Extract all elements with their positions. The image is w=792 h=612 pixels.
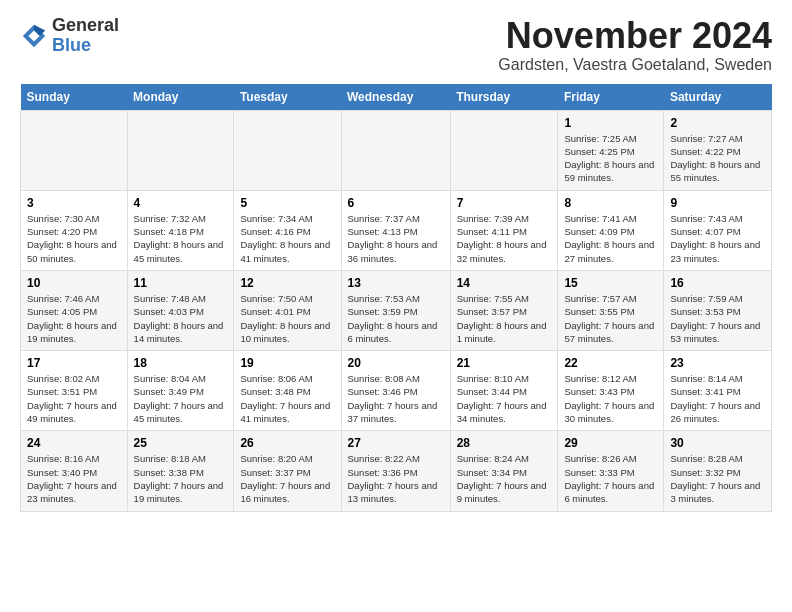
calendar-cell: 12Sunrise: 7:50 AM Sunset: 4:01 PM Dayli… (234, 270, 341, 350)
day-info: Sunrise: 8:02 AM Sunset: 3:51 PM Dayligh… (27, 372, 121, 425)
calendar-cell: 8Sunrise: 7:41 AM Sunset: 4:09 PM Daylig… (558, 190, 664, 270)
calendar-cell: 30Sunrise: 8:28 AM Sunset: 3:32 PM Dayli… (664, 431, 772, 511)
day-info: Sunrise: 7:48 AM Sunset: 4:03 PM Dayligh… (134, 292, 228, 345)
day-info: Sunrise: 7:41 AM Sunset: 4:09 PM Dayligh… (564, 212, 657, 265)
logo-general: General (52, 15, 119, 35)
day-number: 17 (27, 356, 121, 370)
calendar-week-row: 24Sunrise: 8:16 AM Sunset: 3:40 PM Dayli… (21, 431, 772, 511)
day-number: 27 (348, 436, 444, 450)
calendar-cell: 20Sunrise: 8:08 AM Sunset: 3:46 PM Dayli… (341, 351, 450, 431)
day-number: 1 (564, 116, 657, 130)
day-number: 10 (27, 276, 121, 290)
day-number: 13 (348, 276, 444, 290)
calendar-cell: 28Sunrise: 8:24 AM Sunset: 3:34 PM Dayli… (450, 431, 558, 511)
calendar-cell: 2Sunrise: 7:27 AM Sunset: 4:22 PM Daylig… (664, 110, 772, 190)
calendar-cell: 26Sunrise: 8:20 AM Sunset: 3:37 PM Dayli… (234, 431, 341, 511)
col-wednesday: Wednesday (341, 84, 450, 111)
day-info: Sunrise: 7:50 AM Sunset: 4:01 PM Dayligh… (240, 292, 334, 345)
day-info: Sunrise: 7:46 AM Sunset: 4:05 PM Dayligh… (27, 292, 121, 345)
day-info: Sunrise: 8:20 AM Sunset: 3:37 PM Dayligh… (240, 452, 334, 505)
day-info: Sunrise: 7:30 AM Sunset: 4:20 PM Dayligh… (27, 212, 121, 265)
day-number: 20 (348, 356, 444, 370)
day-number: 7 (457, 196, 552, 210)
day-info: Sunrise: 7:53 AM Sunset: 3:59 PM Dayligh… (348, 292, 444, 345)
calendar-cell: 15Sunrise: 7:57 AM Sunset: 3:55 PM Dayli… (558, 270, 664, 350)
calendar-cell: 10Sunrise: 7:46 AM Sunset: 4:05 PM Dayli… (21, 270, 128, 350)
col-friday: Friday (558, 84, 664, 111)
header-row: Sunday Monday Tuesday Wednesday Thursday… (21, 84, 772, 111)
calendar-cell: 18Sunrise: 8:04 AM Sunset: 3:49 PM Dayli… (127, 351, 234, 431)
calendar-cell (127, 110, 234, 190)
col-sunday: Sunday (21, 84, 128, 111)
day-info: Sunrise: 7:39 AM Sunset: 4:11 PM Dayligh… (457, 212, 552, 265)
day-info: Sunrise: 8:04 AM Sunset: 3:49 PM Dayligh… (134, 372, 228, 425)
calendar-cell: 11Sunrise: 7:48 AM Sunset: 4:03 PM Dayli… (127, 270, 234, 350)
day-info: Sunrise: 8:28 AM Sunset: 3:32 PM Dayligh… (670, 452, 765, 505)
day-number: 12 (240, 276, 334, 290)
header: General Blue November 2024 Gardsten, Vae… (20, 16, 772, 74)
calendar-cell (21, 110, 128, 190)
calendar-cell: 27Sunrise: 8:22 AM Sunset: 3:36 PM Dayli… (341, 431, 450, 511)
calendar-week-row: 3Sunrise: 7:30 AM Sunset: 4:20 PM Daylig… (21, 190, 772, 270)
day-info: Sunrise: 8:18 AM Sunset: 3:38 PM Dayligh… (134, 452, 228, 505)
calendar-cell: 14Sunrise: 7:55 AM Sunset: 3:57 PM Dayli… (450, 270, 558, 350)
logo-icon (20, 22, 48, 50)
calendar-header: Sunday Monday Tuesday Wednesday Thursday… (21, 84, 772, 111)
calendar-cell: 9Sunrise: 7:43 AM Sunset: 4:07 PM Daylig… (664, 190, 772, 270)
day-number: 9 (670, 196, 765, 210)
day-number: 25 (134, 436, 228, 450)
calendar-cell: 17Sunrise: 8:02 AM Sunset: 3:51 PM Dayli… (21, 351, 128, 431)
day-info: Sunrise: 8:06 AM Sunset: 3:48 PM Dayligh… (240, 372, 334, 425)
day-number: 18 (134, 356, 228, 370)
calendar-cell: 7Sunrise: 7:39 AM Sunset: 4:11 PM Daylig… (450, 190, 558, 270)
day-info: Sunrise: 7:57 AM Sunset: 3:55 PM Dayligh… (564, 292, 657, 345)
day-info: Sunrise: 7:55 AM Sunset: 3:57 PM Dayligh… (457, 292, 552, 345)
calendar-cell: 19Sunrise: 8:06 AM Sunset: 3:48 PM Dayli… (234, 351, 341, 431)
day-number: 15 (564, 276, 657, 290)
day-number: 21 (457, 356, 552, 370)
day-info: Sunrise: 7:59 AM Sunset: 3:53 PM Dayligh… (670, 292, 765, 345)
page: General Blue November 2024 Gardsten, Vae… (0, 0, 792, 522)
col-monday: Monday (127, 84, 234, 111)
logo-blue: Blue (52, 35, 91, 55)
day-number: 29 (564, 436, 657, 450)
calendar-cell (450, 110, 558, 190)
calendar-week-row: 17Sunrise: 8:02 AM Sunset: 3:51 PM Dayli… (21, 351, 772, 431)
calendar-cell: 25Sunrise: 8:18 AM Sunset: 3:38 PM Dayli… (127, 431, 234, 511)
logo-text: General Blue (52, 16, 119, 56)
day-number: 11 (134, 276, 228, 290)
calendar-cell: 23Sunrise: 8:14 AM Sunset: 3:41 PM Dayli… (664, 351, 772, 431)
calendar-cell: 22Sunrise: 8:12 AM Sunset: 3:43 PM Dayli… (558, 351, 664, 431)
day-number: 24 (27, 436, 121, 450)
day-number: 6 (348, 196, 444, 210)
title-block: November 2024 Gardsten, Vaestra Goetalan… (498, 16, 772, 74)
day-number: 8 (564, 196, 657, 210)
day-number: 14 (457, 276, 552, 290)
day-info: Sunrise: 7:37 AM Sunset: 4:13 PM Dayligh… (348, 212, 444, 265)
calendar-body: 1Sunrise: 7:25 AM Sunset: 4:25 PM Daylig… (21, 110, 772, 511)
calendar-cell: 21Sunrise: 8:10 AM Sunset: 3:44 PM Dayli… (450, 351, 558, 431)
logo: General Blue (20, 16, 119, 56)
col-thursday: Thursday (450, 84, 558, 111)
calendar-week-row: 1Sunrise: 7:25 AM Sunset: 4:25 PM Daylig… (21, 110, 772, 190)
col-tuesday: Tuesday (234, 84, 341, 111)
calendar-week-row: 10Sunrise: 7:46 AM Sunset: 4:05 PM Dayli… (21, 270, 772, 350)
calendar-cell: 13Sunrise: 7:53 AM Sunset: 3:59 PM Dayli… (341, 270, 450, 350)
calendar-cell (341, 110, 450, 190)
day-number: 28 (457, 436, 552, 450)
calendar-cell (234, 110, 341, 190)
day-number: 16 (670, 276, 765, 290)
day-number: 5 (240, 196, 334, 210)
day-info: Sunrise: 8:26 AM Sunset: 3:33 PM Dayligh… (564, 452, 657, 505)
day-info: Sunrise: 7:43 AM Sunset: 4:07 PM Dayligh… (670, 212, 765, 265)
location: Gardsten, Vaestra Goetaland, Sweden (498, 56, 772, 74)
day-info: Sunrise: 7:32 AM Sunset: 4:18 PM Dayligh… (134, 212, 228, 265)
calendar-cell: 16Sunrise: 7:59 AM Sunset: 3:53 PM Dayli… (664, 270, 772, 350)
day-info: Sunrise: 7:25 AM Sunset: 4:25 PM Dayligh… (564, 132, 657, 185)
day-number: 19 (240, 356, 334, 370)
calendar-cell: 5Sunrise: 7:34 AM Sunset: 4:16 PM Daylig… (234, 190, 341, 270)
day-number: 4 (134, 196, 228, 210)
month-title: November 2024 (498, 16, 772, 56)
day-number: 26 (240, 436, 334, 450)
day-number: 22 (564, 356, 657, 370)
